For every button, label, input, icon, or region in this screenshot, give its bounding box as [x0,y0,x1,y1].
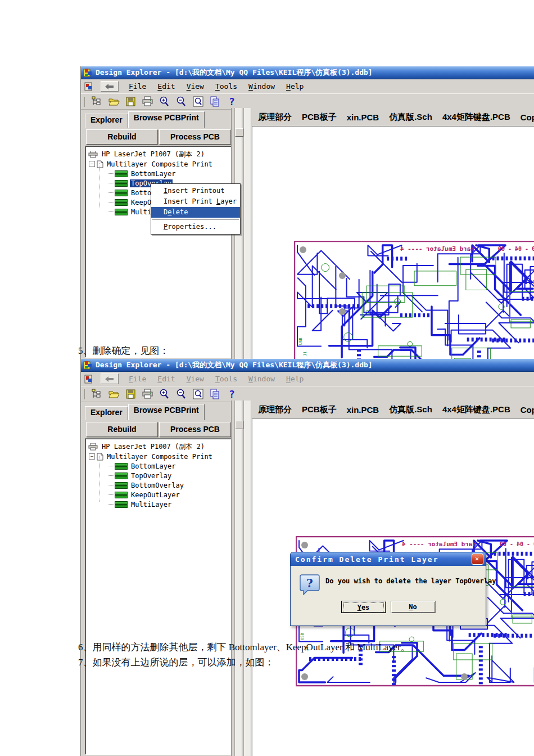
titlebar: Design Explorer - [d:\我的文档\My QQ Files\K… [81,66,534,79]
tree-item-composite[interactable]: − Multilayer Composite Print [85,452,232,461]
help-icon[interactable]: ? [226,96,238,107]
process-pcb-button[interactable]: Process PCB [159,129,231,145]
document-icon [84,375,93,384]
menu-edit[interactable]: Edit [153,374,179,384]
dialog-message: Do you wish to delete the layer TopOverl… [325,577,496,585]
svg-text:Hard Emulator ---- 4: Hard Emulator ---- 4 [400,245,474,253]
layer-icon [115,170,128,177]
note-step6: 6、用同样的方法删除其他层，剩下 Bottomlayer、KeepOutLaye… [78,641,410,654]
menu-window[interactable]: Window [244,81,279,92]
copy-icon[interactable] [209,96,221,107]
dialog-titlebar: Confirm Delete Print Layer ✕ [291,552,486,566]
zoom-window-icon[interactable] [192,96,204,107]
zoom-out-icon[interactable] [175,388,187,400]
layer-icon [115,463,128,470]
left-panel-tabs: Explorer Browse PCBPrint [85,110,205,128]
tutorial-page: { "document": { "notes": { "n5": "5、删除确定… [0,0,534,756]
tree-item-layer[interactable]: KeepOutLayer [85,490,232,500]
doc-tab[interactable]: 原理部分 [253,402,297,417]
menu-help[interactable]: Help [282,374,308,384]
menu-help[interactable]: Help [282,81,308,92]
panel-splitter[interactable] [231,400,252,756]
collapse-icon[interactable]: − [89,161,95,167]
scrollbar-button[interactable] [235,128,243,137]
layer-icon [115,190,128,196]
menu-file[interactable]: File [124,81,151,92]
save-icon[interactable] [125,388,137,400]
print-icon[interactable] [142,388,153,400]
doc-tab[interactable]: PCB板子 [297,402,342,417]
no-button[interactable]: No [391,601,436,613]
doc-tab[interactable]: xin.PCB [342,403,384,417]
tree-item-layer[interactable]: BottomLayer [85,169,232,178]
help-icon[interactable]: ? [226,388,238,400]
menu-item-insert-printout[interactable]: Insert Printout [151,186,240,196]
tab-explorer[interactable]: Explorer [85,114,128,128]
doc-tab[interactable]: 仿真版.Sch [384,110,437,125]
yes-button[interactable]: Yes [341,601,386,613]
note-step5: 5、删除确定，见图： [78,344,169,357]
tab-browse-pcbprint[interactable]: Browse PCBPrint [128,404,205,420]
navigate-back-icon[interactable] [101,81,119,92]
menu-view[interactable]: View [182,374,209,384]
layer-icon [115,199,128,206]
doc-tab[interactable]: xin.PCB [342,110,384,124]
open-file-icon[interactable] [108,96,120,107]
save-icon[interactable] [125,96,137,107]
dialog-buttons: Yes No [291,601,486,613]
zoom-in-icon[interactable] [159,96,170,107]
tree-item-layer[interactable]: BottomOverlay [85,480,232,490]
document-icon [84,82,93,91]
svg-text:J1: J1 [303,352,307,356]
zoom-in-icon[interactable] [159,388,170,400]
close-icon[interactable]: ✕ [472,554,483,565]
menu-item-properties[interactable]: Properties... [151,222,240,232]
svg-text:?: ? [229,388,235,400]
design-manager-icon[interactable] [91,96,103,107]
zoom-window-icon[interactable] [192,388,204,400]
app-icon [83,68,92,77]
navigate-back-icon[interactable] [101,374,119,384]
menu-item-insert-print-layer[interactable]: Insert Print Layer [151,196,240,207]
menu-window[interactable]: Window [244,374,279,384]
menu-tools[interactable]: Tools [211,374,242,384]
collapse-icon[interactable]: − [89,453,95,460]
rebuild-button[interactable]: Rebuild [86,129,158,145]
tree-item-composite[interactable]: − Multilayer Composite Print [85,159,232,169]
tab-browse-pcbprint[interactable]: Browse PCBPrint [128,111,205,128]
doc-tab[interactable]: 仿真版.Sch [384,402,437,417]
open-file-icon[interactable] [108,388,120,400]
tree-item-layer[interactable]: TopOverlay [85,471,232,480]
menu-tools[interactable]: Tools [211,81,242,92]
tab-explorer[interactable]: Explorer [85,406,128,420]
menu-view[interactable]: View [182,81,209,92]
menu-item-delete[interactable]: Delete [151,207,240,218]
svg-text:Hard Emulator ---- 4: Hard Emulator ---- 4 [401,541,476,548]
svg-text:USB: USB [300,633,305,640]
doc-tab[interactable]: 4x4矩阵键盘.PCB [437,402,515,417]
menu-edit[interactable]: Edit [153,81,179,92]
toolbar-grip [84,389,85,399]
svg-text:2009 - 04 - 09: 2009 - 04 - 09 [500,541,534,547]
printout-tree: HP LaserJet P1007 (副本 2) − Multilayer Co… [85,146,232,358]
doc-tab[interactable]: PCB板子 [297,110,342,125]
layer-icon [115,209,128,215]
rebuild-button[interactable]: Rebuild [86,422,158,437]
tree-connector [99,456,99,502]
doc-tab[interactable]: Copy of [515,403,534,417]
tree-item-layer[interactable]: BottomLayer [85,461,232,471]
zoom-out-icon[interactable] [175,96,187,107]
doc-tab[interactable]: 4x4矩阵键盘.PCB [437,110,515,125]
svg-text:USB: USB [298,338,303,345]
doc-tab[interactable]: Copy of [515,110,534,124]
tree-item-layer[interactable]: MultiLayer [85,500,232,509]
tree-item-printer[interactable]: HP LaserJet P1007 (副本 2) [85,150,232,159]
doc-tab[interactable]: 原理部分 [253,110,297,125]
print-icon[interactable] [142,96,153,107]
scrollbar-button[interactable] [235,421,243,429]
process-pcb-button[interactable]: Process PCB [159,422,231,437]
menu-file[interactable]: File [124,374,151,384]
design-manager-icon[interactable] [91,388,103,400]
tree-item-printer[interactable]: HP LaserJet P1007 (副本 2) [85,442,232,452]
copy-icon[interactable] [209,388,221,400]
